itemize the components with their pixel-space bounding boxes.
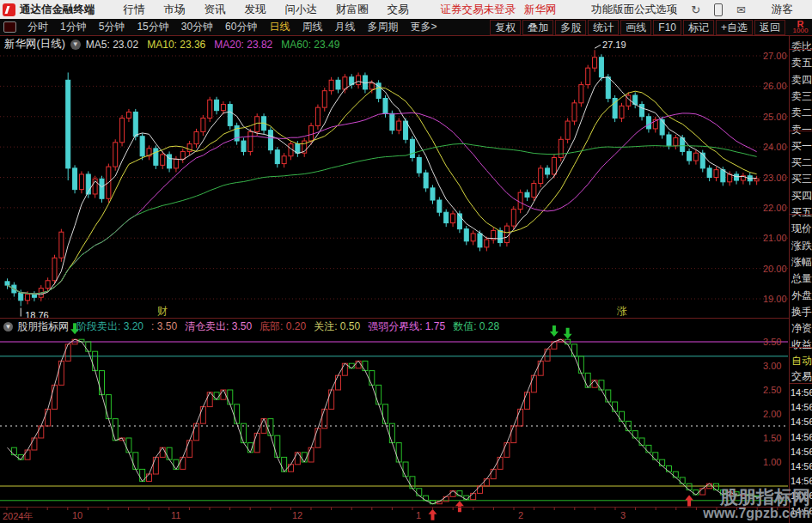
indicator-step-box [376, 385, 382, 404]
trade-tab-交易[interactable]: 交易 [791, 369, 812, 384]
indicator-step-box [538, 361, 543, 375]
candle-body [593, 58, 597, 68]
indicator-step-box [288, 465, 293, 471]
candle-body [79, 174, 83, 190]
candle-body [161, 155, 165, 165]
indicator-step-box [241, 423, 246, 442]
candle-body [417, 158, 421, 173]
candle-body [133, 112, 137, 136]
tick-time: 14:56 [791, 461, 812, 471]
indicator-step-box [363, 361, 368, 370]
time-axis: 2024年 101112123 [0, 508, 789, 523]
candle-body [383, 99, 388, 114]
indicator-step-box [632, 431, 638, 438]
tick-time: 14:56 [791, 387, 812, 398]
candle-body [194, 131, 198, 143]
indicator-tick-label: 2.50 [763, 385, 781, 395]
indicator-step-box [86, 342, 91, 351]
indicator-step-box [457, 491, 462, 496]
indicator-step-box [619, 411, 624, 421]
indicator-step-box [335, 375, 340, 390]
quote-row-买五: 买五 [791, 205, 812, 220]
collapse-icon[interactable]: ▼ [3, 322, 13, 331]
indicator-step-box [403, 462, 408, 477]
candle-body [296, 144, 300, 154]
candle-body [390, 113, 394, 130]
quote-row-收益: 收益 [791, 338, 812, 352]
indicator-step-box [410, 477, 415, 489]
candle-body [126, 112, 131, 118]
quote-row-卖一: 卖一 [791, 123, 812, 137]
quote-row-买三: 买三 [791, 172, 812, 186]
candle-body [154, 149, 158, 165]
candle-body [343, 77, 347, 89]
tick-time: 14:56 [791, 476, 812, 486]
candle-body [714, 170, 718, 178]
indicator-step-box [187, 441, 192, 458]
candle-body [19, 293, 23, 301]
indicator-step-box [167, 447, 172, 459]
indicator-step-box [228, 390, 233, 404]
trade-tab-自动[interactable]: 自动 [791, 354, 812, 368]
quote-row-卖三: 卖三 [791, 89, 812, 104]
signal-arrow [564, 328, 572, 339]
candle-body [660, 119, 664, 135]
candle-body [539, 168, 543, 184]
indicator-step-box [214, 392, 219, 399]
quote-row-卖二: 卖二 [791, 106, 812, 120]
divider [790, 214, 812, 215]
indicator-step-box [666, 465, 671, 471]
indicator-step-box [687, 483, 692, 490]
stock-title[interactable]: 新华网(日线) [4, 37, 65, 52]
quote-row-涨跌: 涨跌 [791, 239, 812, 253]
indicator-step-box [417, 489, 422, 496]
month-label: 11 [171, 510, 180, 520]
indicator-step-box [673, 471, 678, 477]
indicator-step-box [52, 385, 57, 409]
quote-row-买四: 买四 [791, 189, 812, 204]
indicator-step-box [660, 459, 665, 465]
ma-label: MA5: 23.02 [86, 39, 138, 51]
indicator-step-box [308, 447, 314, 462]
candle-body [180, 151, 185, 159]
quote-row-净资: 净资 [791, 321, 812, 336]
indicator-step-box [693, 490, 699, 495]
month-label: 1 [416, 510, 421, 520]
watermark-name: 股朋指标网 [703, 488, 810, 507]
quote-row-委比: 委比 [791, 40, 812, 54]
indicator-tick-label: 2.00 [763, 409, 781, 419]
candle-body [322, 91, 327, 107]
indicator-step-box [491, 469, 496, 478]
indicator-step-box [58, 361, 64, 385]
indicator-step-box [639, 438, 644, 445]
quote-row-外盘: 外盘 [791, 289, 812, 303]
indicator-step-box [511, 426, 516, 443]
indicator-value: 清仓卖出: 3.50 [185, 320, 252, 332]
divider [790, 347, 812, 348]
candle-body [282, 156, 286, 164]
candle-body [498, 230, 503, 242]
chevron-down-icon[interactable]: ▼ [70, 40, 81, 50]
indicator-value: 关注: 0.50 [314, 320, 360, 332]
indicator-value: 数值: 0.28 [453, 320, 499, 332]
candle-body [599, 58, 603, 77]
indicator-step-box [180, 457, 186, 469]
divider [0, 35, 812, 36]
candle-body [357, 76, 361, 85]
month-label: 12 [292, 510, 302, 520]
price-tick-label: 25.00 [763, 112, 787, 122]
candle-body [52, 258, 57, 281]
candle-body [309, 125, 314, 141]
month-label: 10 [72, 510, 82, 520]
candle-body [565, 121, 570, 139]
indicator-step-box [545, 349, 550, 361]
divider [0, 318, 789, 319]
event-marker: 涨 [616, 305, 627, 317]
candle-body [687, 151, 692, 161]
indicator-step-box [552, 342, 557, 349]
tick-time: 14:56 [791, 402, 812, 412]
indicator-step-box [646, 445, 651, 452]
indicator-step-box [389, 423, 394, 442]
candle-body [485, 240, 489, 247]
indicator-step-box [315, 429, 321, 447]
